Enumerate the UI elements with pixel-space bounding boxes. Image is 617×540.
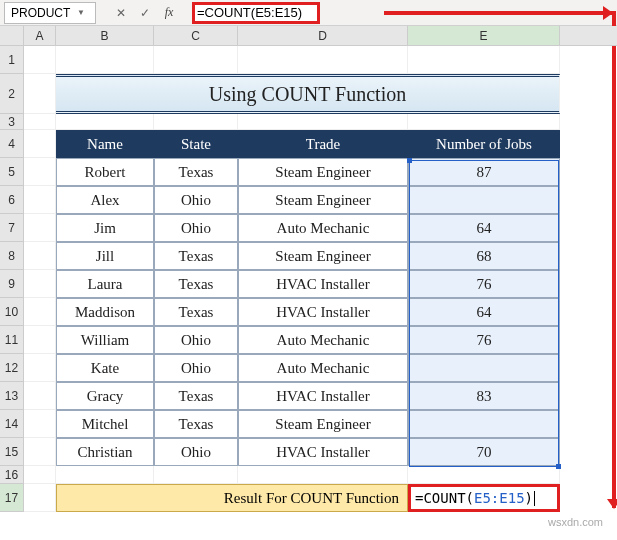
fx-icon[interactable]: fx bbox=[158, 2, 180, 24]
cell[interactable] bbox=[24, 382, 56, 410]
result-label-cell[interactable]: Result For COUNT Function bbox=[56, 484, 408, 512]
cell-name[interactable]: Jill bbox=[56, 242, 154, 270]
formula-bar-input[interactable] bbox=[197, 5, 315, 20]
cell-state[interactable]: Ohio bbox=[154, 186, 238, 214]
cell[interactable] bbox=[24, 74, 56, 114]
cell-state[interactable]: Ohio bbox=[154, 214, 238, 242]
row-header-15[interactable]: 15 bbox=[0, 438, 24, 466]
cell-jobs[interactable] bbox=[408, 186, 560, 214]
cell[interactable] bbox=[24, 242, 56, 270]
cell-name[interactable]: William bbox=[56, 326, 154, 354]
cell-jobs[interactable]: 64 bbox=[408, 298, 560, 326]
cell-jobs[interactable]: 68 bbox=[408, 242, 560, 270]
cell[interactable] bbox=[154, 46, 238, 74]
cell-jobs[interactable]: 76 bbox=[408, 326, 560, 354]
cell-name[interactable]: Gracy bbox=[56, 382, 154, 410]
cell-trade[interactable]: Auto Mechanic bbox=[238, 326, 408, 354]
cell-state[interactable]: Texas bbox=[154, 382, 238, 410]
name-box-input[interactable] bbox=[11, 6, 73, 20]
col-header-e[interactable]: E bbox=[408, 26, 560, 45]
row-header-5[interactable]: 5 bbox=[0, 158, 24, 186]
row-header-8[interactable]: 8 bbox=[0, 242, 24, 270]
cell[interactable] bbox=[24, 298, 56, 326]
col-header-d[interactable]: D bbox=[238, 26, 408, 45]
cell-trade[interactable]: Steam Engineer bbox=[238, 410, 408, 438]
row-header-13[interactable]: 13 bbox=[0, 382, 24, 410]
cell[interactable] bbox=[56, 46, 154, 74]
cell-name[interactable]: Christian bbox=[56, 438, 154, 466]
cell-trade[interactable]: HVAC Installer bbox=[238, 438, 408, 466]
select-all-corner[interactable] bbox=[0, 26, 24, 45]
cell[interactable] bbox=[24, 354, 56, 382]
row-header-6[interactable]: 6 bbox=[0, 186, 24, 214]
cell[interactable] bbox=[24, 114, 56, 130]
cell[interactable] bbox=[24, 484, 56, 512]
cell-name[interactable]: Kate bbox=[56, 354, 154, 382]
cell-jobs[interactable]: 64 bbox=[408, 214, 560, 242]
cell-jobs[interactable] bbox=[408, 354, 560, 382]
row-header-2[interactable]: 2 bbox=[0, 74, 24, 114]
cell[interactable] bbox=[24, 46, 56, 74]
table-header-trade[interactable]: Trade bbox=[238, 130, 408, 158]
cell-name[interactable]: Maddison bbox=[56, 298, 154, 326]
cell-jobs[interactable]: 83 bbox=[408, 382, 560, 410]
cell[interactable] bbox=[238, 466, 408, 484]
col-header-b[interactable]: B bbox=[56, 26, 154, 45]
cell[interactable] bbox=[56, 114, 154, 130]
col-header-a[interactable]: A bbox=[24, 26, 56, 45]
cell[interactable] bbox=[154, 114, 238, 130]
cell[interactable] bbox=[154, 466, 238, 484]
col-header-c[interactable]: C bbox=[154, 26, 238, 45]
cancel-icon[interactable]: ✕ bbox=[110, 2, 132, 24]
cell[interactable] bbox=[408, 46, 560, 74]
cell-jobs[interactable]: 87 bbox=[408, 158, 560, 186]
cell-trade[interactable]: HVAC Installer bbox=[238, 270, 408, 298]
cell[interactable] bbox=[24, 214, 56, 242]
row-header-16[interactable]: 16 bbox=[0, 466, 24, 484]
row-header-11[interactable]: 11 bbox=[0, 326, 24, 354]
cell-state[interactable]: Texas bbox=[154, 242, 238, 270]
cell-state[interactable]: Texas bbox=[154, 410, 238, 438]
cell[interactable] bbox=[24, 130, 56, 158]
row-header-14[interactable]: 14 bbox=[0, 410, 24, 438]
name-box[interactable]: ▼ bbox=[4, 2, 96, 24]
row-header-17[interactable]: 17 bbox=[0, 484, 24, 512]
cell[interactable] bbox=[24, 158, 56, 186]
cell-trade[interactable]: Auto Mechanic bbox=[238, 354, 408, 382]
cell[interactable] bbox=[24, 466, 56, 484]
cell-trade[interactable]: Steam Engineer bbox=[238, 158, 408, 186]
cell[interactable] bbox=[408, 114, 560, 130]
cell[interactable] bbox=[56, 466, 154, 484]
table-header-name[interactable]: Name bbox=[56, 130, 154, 158]
row-header-3[interactable]: 3 bbox=[0, 114, 24, 130]
cell-jobs[interactable]: 70 bbox=[408, 438, 560, 466]
row-header-1[interactable]: 1 bbox=[0, 46, 24, 74]
cell-trade[interactable]: Steam Engineer bbox=[238, 242, 408, 270]
cell[interactable] bbox=[24, 438, 56, 466]
cell-trade[interactable]: Steam Engineer bbox=[238, 186, 408, 214]
cell-trade[interactable]: Auto Mechanic bbox=[238, 214, 408, 242]
cell-name[interactable]: Laura bbox=[56, 270, 154, 298]
cell-state[interactable]: Ohio bbox=[154, 354, 238, 382]
cell[interactable] bbox=[24, 186, 56, 214]
confirm-icon[interactable]: ✓ bbox=[134, 2, 156, 24]
row-header-4[interactable]: 4 bbox=[0, 130, 24, 158]
row-header-10[interactable]: 10 bbox=[0, 298, 24, 326]
table-header-state[interactable]: State bbox=[154, 130, 238, 158]
cell-name[interactable]: Alex bbox=[56, 186, 154, 214]
cell-state[interactable]: Texas bbox=[154, 158, 238, 186]
table-header-jobs[interactable]: Number of Jobs bbox=[408, 130, 560, 158]
cell-name[interactable]: Jim bbox=[56, 214, 154, 242]
row-header-9[interactable]: 9 bbox=[0, 270, 24, 298]
cell-state[interactable]: Texas bbox=[154, 270, 238, 298]
cell-state[interactable]: Ohio bbox=[154, 438, 238, 466]
cell-trade[interactable]: HVAC Installer bbox=[238, 382, 408, 410]
cell-name[interactable]: Robert bbox=[56, 158, 154, 186]
cell-state[interactable]: Ohio bbox=[154, 326, 238, 354]
title-cell[interactable]: Using COUNT Function bbox=[56, 74, 560, 114]
row-header-12[interactable]: 12 bbox=[0, 354, 24, 382]
cell-jobs[interactable]: 76 bbox=[408, 270, 560, 298]
result-formula-cell[interactable]: =COUNT(E5:E15) bbox=[408, 484, 560, 512]
cell[interactable] bbox=[238, 46, 408, 74]
cell-trade[interactable]: HVAC Installer bbox=[238, 298, 408, 326]
